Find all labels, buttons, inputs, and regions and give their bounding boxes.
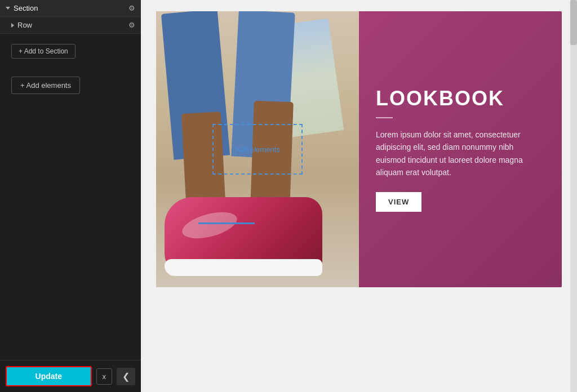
add-to-section-wrapper: + Add to Section (0, 34, 141, 69)
section-header[interactable]: Section ⚙ (0, 0, 141, 17)
section-label: Section (14, 4, 38, 12)
add-elements-overlay[interactable]: Add elements (212, 124, 303, 175)
panel-content (0, 102, 141, 392)
lookbook-title: LOOKBOOK (376, 87, 545, 110)
shoe-laces (198, 222, 255, 245)
section-header-left: Section (6, 4, 38, 12)
shoe (165, 197, 322, 276)
section-chevron-down-icon (6, 7, 10, 10)
lookbook-text-area: LOOKBOOK Lorem ipsum dolor sit amet, con… (359, 11, 562, 287)
right-canvas: Add elements LOOKBOOK Lorem ipsum dolor … (141, 0, 577, 392)
shoe-sole (165, 259, 322, 276)
section-gear-icon[interactable]: ⚙ (128, 4, 135, 12)
row-label: Row (17, 21, 32, 29)
add-elements-overlay-text: Add elements (235, 145, 280, 154)
row-item-left: Row (11, 21, 32, 29)
lookbook-card: Add elements LOOKBOOK Lorem ipsum dolor … (156, 11, 562, 287)
scrollbar[interactable] (570, 0, 577, 392)
close-button[interactable]: x (96, 368, 113, 385)
lookbook-divider (376, 117, 393, 118)
add-to-section-button[interactable]: + Add to Section (11, 44, 76, 59)
add-elements-button[interactable]: + Add elements (11, 77, 80, 94)
view-button[interactable]: VIEW (376, 192, 421, 212)
left-panel: Section ⚙ Row ⚙ + Add to Section + Add e… (0, 0, 141, 392)
bottom-bar: Update x ❮ (0, 360, 141, 392)
update-button[interactable]: Update (6, 366, 92, 386)
scrollbar-thumb[interactable] (570, 0, 577, 45)
row-chevron-right-icon (11, 23, 14, 28)
lookbook-image-area: Add elements (156, 11, 359, 287)
row-item[interactable]: Row ⚙ (0, 17, 141, 34)
row-gear-icon[interactable]: ⚙ (128, 21, 135, 29)
nav-back-button[interactable]: ❮ (117, 368, 135, 385)
add-elements-wrapper: + Add elements (0, 69, 141, 102)
lookbook-description: Lorem ipsum dolor sit amet, consectetuer… (376, 128, 545, 179)
